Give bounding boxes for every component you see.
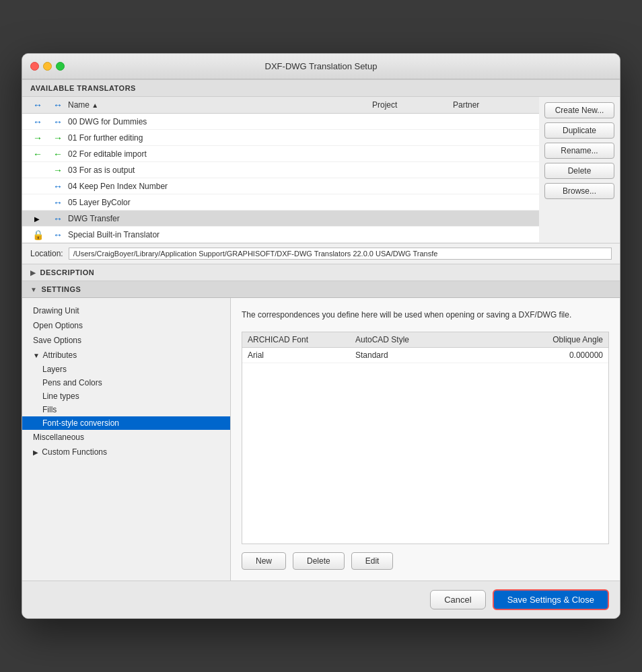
table-row[interactable]: → 03 For as is output xyxy=(22,162,539,178)
nav-custom-functions[interactable]: ▶ Custom Functions xyxy=(22,445,230,459)
expand-icon: ▶ xyxy=(34,215,40,223)
arrow-both-icon: ↔ xyxy=(31,116,44,127)
settings-label: SETTINGS xyxy=(41,285,81,293)
translators-row: ↔ ↔ Name ▲ Project Partner ↔ ↔ xyxy=(22,97,620,243)
arrow-both5-icon: ↔ xyxy=(51,197,65,208)
settings-section: ▼ SETTINGS Drawing Unit Open Options Sav… xyxy=(22,281,620,581)
table-row-selected[interactable]: ▶ ↔ DWG Transfer xyxy=(22,211,539,227)
minimize-button[interactable] xyxy=(43,62,52,71)
header-name: Name ▲ xyxy=(68,100,372,110)
translators-table-area: ↔ ↔ Name ▲ Project Partner ↔ ↔ xyxy=(22,97,539,243)
sort-arrow-icon: ▲ xyxy=(92,102,98,109)
cancel-button[interactable]: Cancel xyxy=(430,590,485,609)
font-archicad-value: Arial xyxy=(248,350,355,360)
settings-content: The correspondences you define here will… xyxy=(231,298,620,581)
save-close-button[interactable]: Save Settings & Close xyxy=(493,589,609,610)
table-row[interactable]: → → 01 For further editing xyxy=(22,130,539,146)
window-title: DXF-DWG Translation Setup xyxy=(265,61,378,71)
traffic-lights xyxy=(30,62,65,71)
row-name: 02 For editable import xyxy=(68,149,372,159)
info-text: The correspondences you define here will… xyxy=(242,309,609,321)
nav-line-types[interactable]: Line types xyxy=(22,389,230,403)
description-label: DESCRIPTION xyxy=(40,268,95,276)
nav-layers[interactable]: Layers xyxy=(22,363,230,376)
font-table-header: ARCHICAD Font AutoCAD Style Oblique Angl… xyxy=(242,332,608,348)
duplicate-button[interactable]: Duplicate xyxy=(544,122,614,139)
row-name: 03 For as is output xyxy=(68,165,372,175)
nav-font-style[interactable]: Font-style conversion xyxy=(22,416,230,430)
attributes-expand-icon: ▼ xyxy=(33,352,40,359)
arrow-both2-icon: ↔ xyxy=(51,116,65,127)
arrow-both4-icon: ↔ xyxy=(51,181,65,192)
lock-icon: 🔒 xyxy=(32,229,44,240)
font-table-body: Arial Standard 0.000000 xyxy=(242,348,608,482)
settings-triangle-icon: ▼ xyxy=(30,286,37,293)
table-header: ↔ ↔ Name ▲ Project Partner xyxy=(22,97,539,114)
translators-section-header: AVAILABLE TRANSLATORS xyxy=(22,79,620,97)
font-col-oblique: Oblique Angle xyxy=(463,335,603,344)
row-name: Special Built-in Translator xyxy=(68,230,372,239)
table-row[interactable]: ↔ 05 Layer ByColor xyxy=(22,194,539,211)
row-name: 01 For further editing xyxy=(68,133,372,143)
table-row[interactable]: 🔒 ↔ Special Built-in Translator xyxy=(22,227,539,243)
close-button[interactable] xyxy=(30,62,39,71)
new-font-button[interactable]: New xyxy=(242,552,286,570)
description-triangle-icon: ▶ xyxy=(30,269,36,276)
arrow-both7-icon: ↔ xyxy=(51,229,65,240)
location-row: Location: /Users/CraigBoyer/Library/Appl… xyxy=(22,243,620,264)
font-action-buttons: New Delete Edit xyxy=(242,552,609,570)
font-oblique-value: 0.000000 xyxy=(463,350,603,360)
font-col-autocad: AutoCAD Style xyxy=(355,335,463,344)
main-window: DXF-DWG Translation Setup AVAILABLE TRAN… xyxy=(22,53,620,619)
table-row[interactable]: ↔ 04 Keep Pen Index Number xyxy=(22,178,539,194)
font-table: ARCHICAD Font AutoCAD Style Oblique Angl… xyxy=(242,332,609,544)
nav-save-options[interactable]: Save Options xyxy=(22,333,230,348)
arrow-left2-icon: ← xyxy=(51,149,65,159)
header-arrow-both-icon: ↔ xyxy=(31,100,44,110)
nav-drawing-unit[interactable]: Drawing Unit xyxy=(22,303,230,318)
nav-custom-functions-label: Custom Functions xyxy=(42,447,107,457)
header-arrow-both2-icon: ↔ xyxy=(51,100,65,110)
create-new-button[interactable]: Create New... xyxy=(544,102,614,118)
header-project: Project xyxy=(372,100,453,110)
table-row[interactable]: ↔ ↔ 00 DWG for Dummies xyxy=(22,114,539,130)
translators-area: ↔ ↔ Name ▲ Project Partner ↔ ↔ xyxy=(22,97,620,264)
font-table-row[interactable]: Arial Standard 0.000000 xyxy=(242,348,608,363)
titlebar: DXF-DWG Translation Setup xyxy=(22,54,620,79)
nav-attributes-group[interactable]: ▼ Attributes xyxy=(22,348,230,363)
delete-font-button[interactable]: Delete xyxy=(293,552,345,570)
translator-actions: Create New... Duplicate Rename... Delete… xyxy=(539,97,620,243)
font-autocad-value: Standard xyxy=(355,350,463,360)
description-section: ▶ DESCRIPTION xyxy=(22,264,620,281)
settings-header[interactable]: ▼ SETTINGS xyxy=(22,281,620,298)
header-partner: Partner xyxy=(453,100,534,110)
row-name: 00 DWG for Dummies xyxy=(68,117,372,126)
location-label: Location: xyxy=(30,249,63,258)
nav-miscellaneous[interactable]: Miscellaneous xyxy=(22,430,230,445)
arrow-right-icon: → xyxy=(31,133,44,143)
delete-translator-button[interactable]: Delete xyxy=(544,163,614,179)
nav-attributes-label: Attributes xyxy=(43,350,77,360)
nav-pens-colors[interactable]: Pens and Colors xyxy=(22,376,230,389)
table-row[interactable]: ← ← 02 For editable import xyxy=(22,146,539,162)
edit-font-button[interactable]: Edit xyxy=(351,552,394,570)
settings-body: Drawing Unit Open Options Save Options ▼… xyxy=(22,298,620,581)
description-header[interactable]: ▶ DESCRIPTION xyxy=(22,264,620,281)
custom-functions-expand-icon: ▶ xyxy=(33,449,38,456)
font-col-archicad: ARCHICAD Font xyxy=(248,335,355,344)
rename-button[interactable]: Rename... xyxy=(544,143,614,159)
row-name: 04 Keep Pen Index Number xyxy=(68,182,372,191)
arrow-right3-icon: → xyxy=(51,165,65,176)
location-value: /Users/CraigBoyer/Library/Application Su… xyxy=(69,248,612,260)
nav-open-options[interactable]: Open Options xyxy=(22,318,230,333)
arrow-right2-icon: → xyxy=(51,133,65,143)
maximize-button[interactable] xyxy=(56,62,65,71)
row-name: 05 Layer ByColor xyxy=(68,198,372,207)
browse-button[interactable]: Browse... xyxy=(544,183,614,199)
header-arrows1: ↔ xyxy=(28,100,48,110)
header-arrows2: ↔ xyxy=(48,100,68,110)
settings-nav: Drawing Unit Open Options Save Options ▼… xyxy=(22,298,231,581)
nav-fills[interactable]: Fills xyxy=(22,403,230,416)
row-name: DWG Transfer xyxy=(68,214,372,223)
arrow-both6-icon: ↔ xyxy=(51,213,65,224)
